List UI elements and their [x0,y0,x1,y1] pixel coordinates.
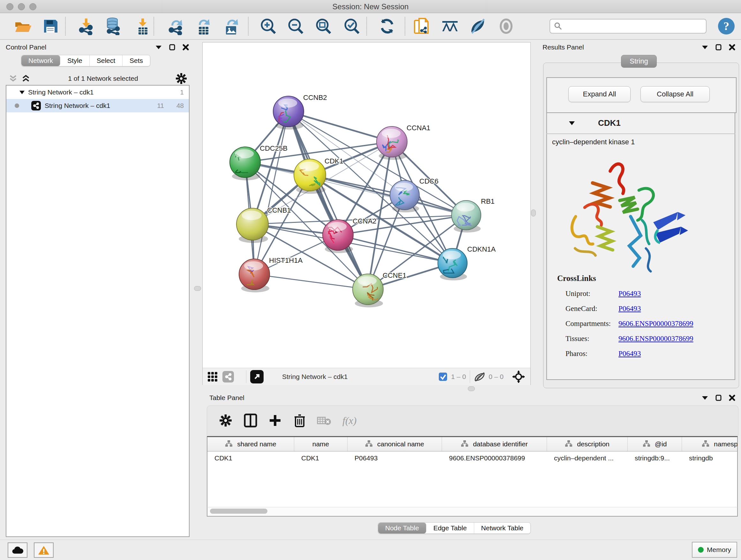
tab-network[interactable]: Network [21,55,60,66]
column-type-icon [225,440,232,449]
first-neighbors-button[interactable] [440,16,460,36]
tab-node-table[interactable]: Node Table [378,523,426,534]
node-CCNA1[interactable] [377,126,407,160]
hide-selected-button[interactable] [468,16,488,36]
section-collapse-icon[interactable] [569,121,575,125]
crosslink-link[interactable]: P06493 [618,350,641,358]
edge-CDK1-RB1[interactable] [310,175,466,215]
network-collection-row[interactable]: String Network – cdk1 1 [6,85,189,99]
node-HIST1H1A[interactable] [239,259,270,293]
cloud-button[interactable] [8,543,27,558]
export-image-button[interactable] [221,16,241,36]
node-CCNB2[interactable] [273,96,304,130]
panel-close-icon[interactable] [729,395,735,401]
table-hscrollbar-thumb[interactable] [210,509,267,514]
panel-close-icon[interactable] [729,44,735,51]
network-label: String Network – cdk1 [45,102,110,110]
string-view-icon[interactable] [222,371,234,382]
crosslink-link[interactable]: P06493 [618,305,641,313]
crosslink-row: Tissues:9606.ENSP00000378699 [557,334,730,343]
memory-button[interactable]: Memory [692,542,737,558]
node-CCNB1[interactable] [237,208,268,243]
column-header-canonical-name[interactable]: canonical name [347,437,442,451]
column-header-label: name [313,440,329,448]
crosslink-link[interactable]: P06493 [618,290,641,298]
panel-menu-icon[interactable] [701,395,709,400]
zoom-selected-button[interactable] [342,16,361,36]
expand-all-button[interactable]: Expand All [568,86,630,102]
node-CDKN1A[interactable] [438,248,467,280]
tab-network-table[interactable]: Network Table [474,523,531,534]
tab-string-results[interactable]: String [621,55,657,68]
panel-float-icon[interactable] [716,44,722,51]
network-row-selected[interactable]: String Network – cdk1 11 48 [6,99,189,112]
refresh-button[interactable] [377,16,397,36]
collapse-all-button[interactable]: Collapse All [641,86,710,102]
node-RB1[interactable] [452,200,481,233]
help-button[interactable]: ? [717,16,736,36]
column-header-namespac[interactable]: namespac [682,437,738,451]
panel-close-icon[interactable] [183,44,189,51]
network-options-gear-icon[interactable] [176,73,187,84]
warnings-button[interactable] [34,543,54,558]
column-header-shared-name[interactable]: shared name [207,437,294,451]
panel-menu-icon[interactable] [155,45,162,50]
show-all-button[interactable] [496,16,516,36]
zoom-in-button[interactable] [258,16,278,36]
show-columns-icon[interactable] [244,413,258,428]
search-field[interactable] [549,19,706,34]
copy-style-button[interactable] [412,16,431,36]
zoom-out-button[interactable] [286,16,306,36]
import-network-database-button[interactable] [103,16,123,36]
node-CDC6[interactable] [390,180,419,212]
crosslink-row: Uniprot:P06493 [557,290,730,298]
node-CCNA2[interactable] [323,220,353,253]
right-splitter-handle[interactable] [531,209,536,216]
expand-all-icon[interactable] [21,74,30,83]
save-session-button[interactable] [41,16,60,36]
left-splitter-handle[interactable] [194,286,201,291]
edge-CCNB2-CCNA1[interactable] [288,111,392,142]
selected-checkbox-icon[interactable] [439,372,448,381]
collapse-all-icon[interactable] [8,74,18,83]
window-title: Session: New Session [0,2,741,11]
table-options-gear-icon[interactable] [219,414,232,427]
tab-select[interactable]: Select [90,55,123,66]
zoom-fit-button[interactable] [313,16,333,36]
node-CCNE1[interactable] [353,274,383,307]
detach-view-icon[interactable] [250,370,264,383]
panel-menu-icon[interactable] [701,45,709,50]
column-header-description[interactable]: description [547,437,628,451]
column-header-name[interactable]: name [294,437,347,451]
birds-eye-icon[interactable] [512,370,525,383]
import-network-file-button[interactable] [76,16,96,36]
tab-sets[interactable]: Sets [123,55,150,66]
network-view: CCNB2CCNA1CDC25BCDK1CDC6RB1CCNB1CCNA2CDK… [202,42,531,385]
import-table-file-button[interactable] [132,16,152,36]
tab-style[interactable]: Style [60,55,90,66]
crosslink-link[interactable]: 9606.ENSP00000378699 [618,334,693,343]
network-canvas[interactable]: CCNB2CCNA1CDC25BCDK1CDC6RB1CCNB1CCNA2CDK… [203,43,530,368]
column-header-database-identifier[interactable]: database identifier [442,437,547,451]
grid-view-icon[interactable] [207,371,218,382]
open-session-button[interactable] [12,16,32,36]
edge-HIST1H1A-CCNE1[interactable] [254,274,368,289]
memory-label: Memory [707,546,731,554]
panel-float-icon[interactable] [716,395,722,401]
delete-column-icon[interactable] [293,413,306,428]
search-input[interactable] [562,22,697,30]
table-hscrollbar[interactable] [207,507,738,516]
tree-expand-icon[interactable] [19,90,25,95]
export-network-button[interactable] [166,16,186,36]
add-column-icon[interactable] [268,414,282,427]
export-table-button[interactable] [193,16,213,36]
protein-section-header[interactable]: CDK1 [546,112,735,134]
panel-float-icon[interactable] [169,44,176,51]
table-row[interactable]: CDK1CDK1P064939606.ENSP00000378699cyclin… [207,451,737,465]
column-header--id[interactable]: @id [628,437,682,451]
crosslink-link[interactable]: 9606.ENSP00000378699 [618,320,693,328]
node-CDK1[interactable] [294,159,326,194]
bottom-splitter-handle[interactable] [468,386,475,391]
node-CDC25B[interactable] [230,147,260,180]
tab-edge-table[interactable]: Edge Table [426,523,474,534]
